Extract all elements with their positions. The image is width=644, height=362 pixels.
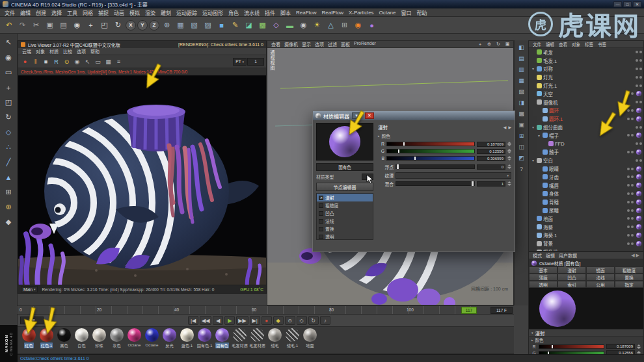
material-tag-icon[interactable] (636, 224, 641, 229)
console-icon[interactable]: ▣ (517, 120, 526, 129)
value-spinner[interactable] (507, 181, 511, 186)
om-menu-item[interactable]: 文件 (531, 41, 543, 47)
object-row[interactable]: 背景 (529, 239, 643, 248)
visibility-dots[interactable] (634, 126, 642, 129)
menu-item[interactable]: 插件 (262, 9, 278, 16)
z-axis-lock-icon[interactable]: Z (149, 20, 159, 31)
float-value-field[interactable]: 0 (477, 164, 505, 170)
material-ball[interactable] (215, 328, 229, 342)
lock-resolution-icon[interactable]: ⊙ (62, 57, 72, 66)
render-view-icon[interactable]: ▦ (174, 19, 187, 31)
layers-icon[interactable]: ▩ (517, 109, 526, 118)
pick-material-icon[interactable]: ↖ (83, 57, 92, 66)
attribute-tab[interactable]: 指定 (615, 281, 643, 288)
viewport-menu-item[interactable]: 过滤 (326, 41, 339, 47)
viewer-menu-item[interactable]: 比较 (61, 48, 74, 55)
menu-item[interactable]: X-Particles (346, 10, 377, 16)
camera-icon[interactable]: ◉ (297, 19, 310, 31)
material-tag-icon[interactable] (636, 91, 641, 96)
visibility-dots[interactable] (626, 192, 634, 195)
value-spinner[interactable] (507, 164, 511, 169)
visibility-dots[interactable] (626, 168, 634, 170)
rotate-icon[interactable]: ↻ (2, 110, 16, 124)
record-button[interactable]: ● (262, 316, 272, 325)
material-tag-icon[interactable] (636, 166, 641, 172)
paste-icon[interactable]: ▤ (57, 19, 70, 31)
visibility-dots[interactable] (634, 76, 642, 79)
object-row[interactable]: ▾ 对称 (529, 65, 643, 73)
material-swatch[interactable]: 绒毛 (266, 328, 284, 348)
menu-item[interactable]: 渲染 (142, 9, 158, 16)
om-menu-item[interactable]: 书签 (596, 41, 608, 47)
axis-mode-icon[interactable]: ⊕ (2, 200, 16, 214)
expand-toggle-icon[interactable]: ▾ (531, 125, 535, 129)
menu-item[interactable]: 运动图形 (200, 9, 226, 16)
object-row[interactable]: 地面 (529, 214, 643, 223)
rect-selection-icon[interactable]: ▭ (2, 66, 16, 79)
playhead[interactable]: 117 (461, 307, 477, 314)
menu-item[interactable]: 动画 (111, 9, 127, 16)
visibility-dots[interactable] (634, 84, 642, 87)
window-button[interactable]: □ (623, 1, 632, 7)
value-spinner[interactable] (637, 344, 641, 349)
visibility-dots[interactable] (634, 101, 642, 103)
menu-item[interactable]: 编辑 (18, 9, 33, 16)
material-ball[interactable] (75, 328, 88, 342)
scale-icon[interactable]: ◰ (2, 96, 16, 109)
object-row[interactable]: 毛发.1 (529, 57, 643, 65)
window-button[interactable]: ✕ (633, 1, 641, 7)
diffuse-section-header[interactable]: ▾漫射 (529, 330, 643, 337)
object-row[interactable]: 身体 (529, 190, 643, 198)
material-ball[interactable] (127, 328, 141, 342)
color-slider[interactable] (386, 156, 475, 161)
render-pause-icon[interactable]: ‖ (31, 57, 40, 66)
menu-item[interactable]: 流水线 (241, 9, 262, 16)
visibility-dots[interactable] (634, 159, 642, 162)
picture-viewer-icon[interactable]: ◩ (517, 153, 526, 162)
menu-item[interactable]: 模拟 (127, 9, 142, 16)
material-ball[interactable] (57, 328, 71, 342)
attr-menu-item[interactable]: 用户数据 (557, 252, 579, 259)
menu-item[interactable]: 网格 (80, 9, 96, 16)
material-swatch[interactable]: 固有色 (213, 328, 231, 348)
object-row[interactable]: 海葵.1 (529, 231, 643, 240)
object-row[interactable]: 牙齿 (529, 173, 643, 181)
viewer-menu-item[interactable]: 帮助 (88, 48, 101, 55)
material-name-field[interactable]: 固有色 (316, 163, 373, 171)
color-slider[interactable] (539, 344, 604, 349)
pt-kernel-dropdown[interactable]: PT ▾ (233, 58, 247, 66)
render-region-icon[interactable]: ▧ (188, 19, 200, 31)
value-spinner[interactable] (507, 142, 511, 146)
visibility-dots[interactable] (626, 151, 634, 153)
material-channel-row[interactable]: 粗糙度 (317, 201, 373, 209)
polygons-mode-icon[interactable]: ▲ (2, 170, 16, 184)
material-ball[interactable] (233, 328, 247, 342)
render-settings-icon[interactable]: ▨ (202, 19, 214, 31)
material-channel-row[interactable]: 法线 (317, 217, 373, 225)
pan-view-icon[interactable]: + (476, 41, 484, 47)
array-modifier-icon[interactable]: ▩ (256, 19, 269, 31)
om-menu-item[interactable]: 查看 (557, 41, 569, 47)
visibility-dots[interactable] (626, 209, 634, 212)
snapshot-icon[interactable]: ◫ (517, 142, 526, 151)
menu-item[interactable]: 捕捉 (96, 9, 111, 16)
color-slider[interactable] (386, 142, 475, 146)
object-row[interactable]: ▾ 空白 (529, 156, 643, 164)
window-button[interactable]: — (613, 1, 622, 7)
viewer-menu-item[interactable]: 对象 (34, 48, 47, 55)
object-row[interactable]: 海葵 (529, 223, 643, 231)
redo-icon[interactable]: ↷ (16, 19, 29, 31)
material-tag-icon[interactable] (636, 116, 641, 122)
object-row[interactable]: 毛发 (529, 48, 643, 57)
menu-item[interactable]: 角色 (226, 9, 241, 16)
visibility-dots[interactable] (634, 51, 642, 53)
color-value-field[interactable]: 0.187009 (606, 344, 635, 349)
attribute-tab[interactable]: 凹凸 (557, 274, 586, 281)
material-ball[interactable] (250, 328, 264, 342)
menu-item[interactable]: 窗口 (398, 9, 414, 16)
color-slider[interactable] (386, 149, 475, 153)
material-tag-icon[interactable] (636, 149, 641, 155)
material-swatch[interactable]: Octane (143, 328, 161, 347)
visibility-dots[interactable] (634, 59, 642, 62)
menu-item[interactable]: 文件 (2, 9, 18, 16)
